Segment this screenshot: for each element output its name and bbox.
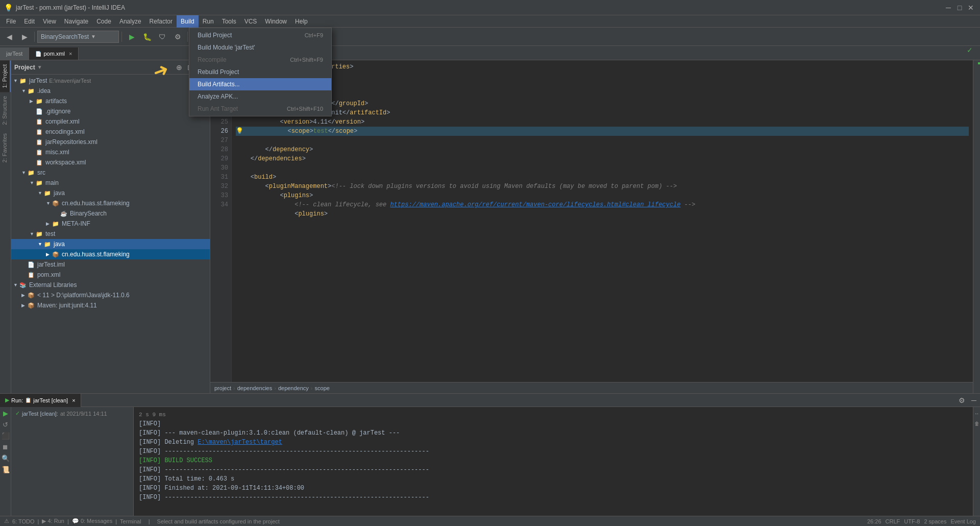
menu-help[interactable]: Help (291, 15, 312, 28)
statusbar-right: 26:26 CRLF UTF-8 2 spaces Event Log (867, 518, 976, 524)
project-title-label: Project (14, 64, 35, 71)
bc-scope[interactable]: scope (315, 385, 330, 391)
run-play-button[interactable]: ▶ (1, 408, 11, 418)
tree-package-main[interactable]: ▼ 📦 cn.edu.huas.st.flameking (11, 198, 210, 208)
build-module-item[interactable]: Build Module 'jarTest' (189, 41, 331, 54)
todo-indicator[interactable]: ⚠ (4, 518, 9, 524)
todo-label[interactable]: 6: TODO (12, 518, 35, 524)
vtab-favorites[interactable]: 2: Favorites (0, 129, 11, 166)
tree-jar-repos[interactable]: ▶ 📋 jarRepositories.xml (11, 137, 210, 147)
run-settings-button[interactable]: ⚙ (955, 394, 968, 407)
back-button[interactable]: ◀ (2, 30, 16, 44)
menu-code[interactable]: Code (92, 15, 115, 28)
menu-analyze[interactable]: Analyze (115, 15, 145, 28)
tree-workspace[interactable]: ▶ 📋 workspace.xml (11, 157, 210, 168)
jar-repos-label: jarRepositories.xml (45, 138, 97, 146)
cursor-position[interactable]: 26:26 (867, 518, 881, 524)
tree-main-java[interactable]: ▼ 📁 java (11, 188, 210, 198)
tree-misc[interactable]: ▶ 📋 misc.xml (11, 147, 210, 157)
tree-external-libs[interactable]: ▼ 📚 External Libraries (11, 280, 210, 290)
run-tab[interactable]: ▶ Run: 📋 jarTest [clean] × (0, 394, 81, 407)
run-step-button[interactable]: ⏹ (1, 442, 11, 452)
rebuild-item[interactable]: Rebuild Project (189, 66, 331, 78)
run-scroll-button[interactable]: 📜 (1, 464, 11, 474)
tree-artifacts[interactable]: ▶ 📁 artifacts (11, 96, 210, 106)
close-button[interactable]: ✕ (966, 3, 976, 13)
bc-project[interactable]: project (214, 385, 231, 391)
tree-gitignore[interactable]: ▶ 📄 .gitignore (11, 106, 210, 116)
line-separator[interactable]: CRLF (886, 518, 900, 524)
vtab-project[interactable]: 1: Project (0, 60, 11, 92)
run-config-selector[interactable]: BinarySearchTest ▼ (37, 31, 119, 43)
menu-view[interactable]: View (39, 15, 60, 28)
menu-file[interactable]: File (2, 15, 20, 28)
spaces[interactable]: 2 spaces (924, 518, 946, 524)
run-history-item[interactable]: ✓ jarTest [clean]: at 2021/9/11 14:11 (13, 409, 131, 418)
run-label[interactable]: ▶ 4: Run (42, 518, 64, 524)
tree-encodings[interactable]: ▶ 📋 encodings.xml (11, 127, 210, 137)
menu-navigate[interactable]: Navigate (60, 15, 92, 28)
run-tab-close[interactable]: × (72, 397, 75, 403)
tree-jdk[interactable]: ▶ 📦 < 11 > D:\platform\Java\jdk-11.0.6 (11, 290, 210, 300)
pom-tab-close[interactable]: × (69, 51, 72, 57)
profile-button[interactable]: ⚙ (170, 30, 185, 44)
code-editor[interactable]: <properties>...</properties> <dependenci… (232, 60, 973, 382)
debug-button[interactable]: 🐛 (140, 30, 154, 44)
menu-edit[interactable]: Edit (20, 15, 39, 28)
coverage-button[interactable]: 🛡 (155, 30, 169, 44)
run-search-output-button[interactable]: 🔍 (1, 453, 11, 463)
menu-run[interactable]: Run (199, 15, 218, 28)
terminal-label[interactable]: Terminal (120, 518, 141, 524)
menu-tools[interactable]: Tools (218, 15, 240, 28)
event-log[interactable]: Event Log (950, 518, 976, 524)
run-wrap-button[interactable]: ↔ (972, 408, 981, 418)
project-tab[interactable]: jarTest (0, 47, 29, 60)
tree-maven-junit[interactable]: ▶ 📦 Maven: junit:junit:4.11 (11, 300, 210, 310)
run-clear-button[interactable]: 🗑 (972, 418, 981, 428)
run-stop-button[interactable]: ⬛ (1, 431, 11, 441)
build-project-item[interactable]: Build Project Ctrl+F9 (189, 29, 331, 41)
run-rerun-button[interactable]: ↺ (1, 419, 11, 429)
tree-main[interactable]: ▼ 📁 main (11, 178, 210, 188)
tree-jartest-iml[interactable]: ▶ 📄 jarTest.iml (11, 259, 210, 270)
tree-root[interactable]: ▼ 📁 jarTest E:\maven\jarTest (11, 76, 210, 86)
encoding[interactable]: UTF-8 (904, 518, 920, 524)
tree-test-java[interactable]: ▼ 📁 java (11, 239, 210, 249)
bc-dependencies[interactable]: dependencies (237, 385, 273, 391)
menu-build[interactable]: Build (177, 15, 199, 28)
tree-compiler[interactable]: ▶ 📋 compiler.xml (11, 116, 210, 127)
maven-junit-arrow: ▶ (21, 303, 28, 308)
run-minimize-button[interactable]: ─ (968, 394, 980, 407)
run-tab-icon: ▶ (5, 397, 9, 403)
test-java-label: java (54, 241, 65, 248)
meta-icon: 📁 (52, 221, 60, 227)
menu-refactor[interactable]: Refactor (145, 15, 177, 28)
tree-package-test[interactable]: ▶ 📦 cn.edu.huas.st.flameking (11, 249, 210, 259)
bc-dependency[interactable]: dependency (278, 385, 309, 391)
test-folder-icon: 📁 (36, 231, 44, 237)
messages-label[interactable]: 💬 0: Messages (72, 518, 112, 524)
tree-src[interactable]: ▼ 📁 src (11, 168, 210, 178)
tree-pom[interactable]: ▶ 📋 pom.xml (11, 270, 210, 280)
minimize-button[interactable]: ─ (943, 3, 953, 13)
target-link[interactable]: E:\maven\jarTest\target (198, 439, 282, 446)
ln-25: 25 (210, 117, 228, 127)
forward-button[interactable]: ▶ (17, 30, 32, 44)
menu-vcs[interactable]: VCS (240, 15, 261, 28)
recompile-shortcut: Ctrl+Shift+F9 (290, 57, 323, 63)
tree-meta-inf[interactable]: ▶ 📁 META-INF (11, 219, 210, 229)
analyze-apk-item[interactable]: Analyze APK... (189, 90, 331, 103)
tree-test[interactable]: ▼ 📁 test (11, 229, 210, 239)
bc-sep-1: › (233, 385, 235, 391)
pom-tab[interactable]: 📄 pom.xml × (29, 47, 79, 60)
lifecycle-link[interactable]: https://maven.apache.org/ref/current/mav… (390, 201, 680, 208)
menu-window[interactable]: Window (261, 15, 291, 28)
build-artifacts-item[interactable]: Build Artifacts... (189, 78, 331, 90)
vtab-structure[interactable]: 2: Structure (0, 92, 11, 129)
run-button[interactable]: ▶ (125, 30, 139, 44)
tree-idea[interactable]: ▼ 📁 .idea (11, 86, 210, 96)
output-line-3: [INFO] Deleting E:\maven\jarTest\target (139, 438, 968, 447)
tree-binary-search[interactable]: ▶ ☕ BinarySearch (11, 208, 210, 219)
maximize-button[interactable]: □ (954, 3, 965, 13)
add-config-button[interactable]: ⊕ (174, 62, 184, 73)
